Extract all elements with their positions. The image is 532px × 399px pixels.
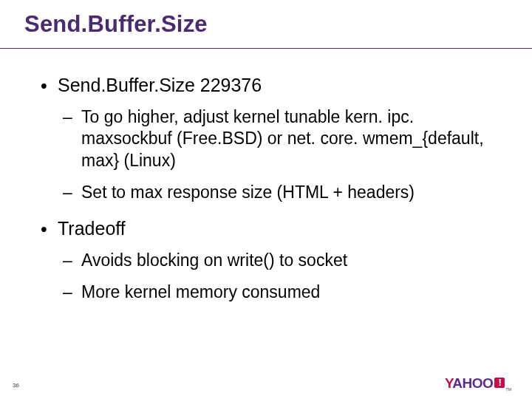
bullet-text: Send.Buffer.Size 229376 (58, 75, 262, 95)
slide-title: Send.Buffer.Size (24, 11, 208, 38)
bullet-dash-icon: – (63, 106, 72, 128)
bullet-dot-icon: • (41, 75, 47, 97)
bullet-level2: – More kernel memory consumed (63, 282, 497, 303)
bullet-level2: – Set to max response size (HTML + heade… (63, 182, 497, 203)
page-number: 36 (13, 382, 19, 389)
logo-letters-ahoo: AHOO (452, 375, 493, 391)
bullet-level1: • Send.Buffer.Size 229376 (38, 74, 497, 96)
logo-tm: TM (505, 387, 511, 392)
bullet-text: Tradeoff (58, 218, 126, 239)
slide-body: • Send.Buffer.Size 229376 – To go higher… (38, 74, 497, 314)
bullet-level2: – Avoids blocking on write() to socket (63, 250, 497, 271)
yahoo-logo: YAHOO!TM (445, 375, 511, 392)
bullet-dash-icon: – (63, 250, 72, 271)
logo-letter-y: Y (445, 375, 452, 391)
bullet-text: To go higher, adjust kernel tunable kern… (81, 107, 484, 170)
bullet-dot-icon: • (41, 218, 47, 240)
bullet-block-2: • Tradeoff – Avoids blocking on write() … (38, 217, 497, 304)
bullet-text: Set to max response size (HTML + headers… (81, 183, 415, 202)
title-divider (0, 48, 532, 49)
bullet-block-1: • Send.Buffer.Size 229376 – To go higher… (38, 74, 497, 204)
slide: Send.Buffer.Size • Send.Buffer.Size 2293… (0, 0, 532, 399)
bullet-level2: – To go higher, adjust kernel tunable ke… (63, 106, 497, 171)
bullet-text: Avoids blocking on write() to socket (81, 250, 347, 270)
bullet-level1: • Tradeoff (38, 217, 497, 239)
bullet-text: More kernel memory consumed (81, 282, 320, 301)
bullet-dash-icon: – (63, 282, 72, 303)
bullet-dash-icon: – (63, 182, 72, 203)
logo-bang-icon: ! (494, 378, 505, 388)
